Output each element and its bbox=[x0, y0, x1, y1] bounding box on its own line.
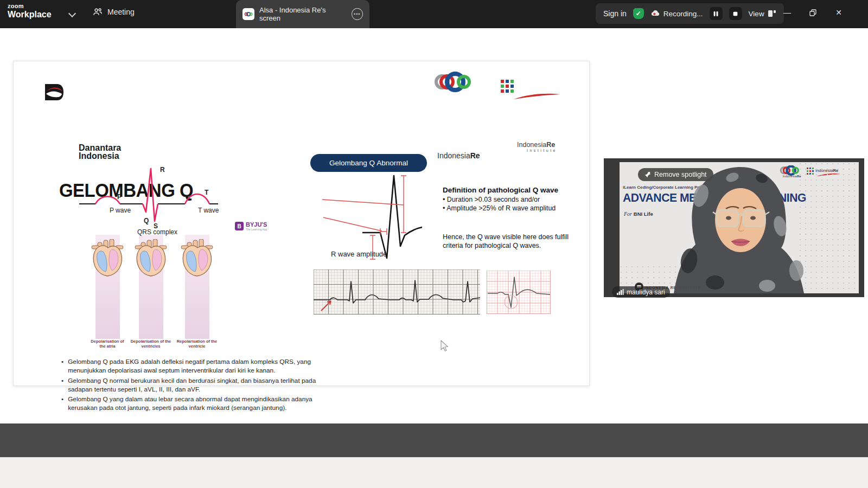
r-label: R bbox=[160, 166, 165, 174]
r-wave-amplitude-label: R wave amplitude bbox=[331, 250, 387, 258]
meeting-tab-label: Meeting bbox=[107, 8, 135, 16]
zoom-workplace-logo: zoom Workplace bbox=[8, 3, 52, 19]
tab-options-ellipsis-icon[interactable]: ••• bbox=[352, 8, 363, 20]
indonesiare-tab-icon bbox=[242, 8, 254, 20]
q-label: Q bbox=[144, 217, 149, 224]
heart-atria-illustration bbox=[90, 239, 125, 277]
ecg-strip-gray bbox=[314, 269, 480, 314]
pin-icon bbox=[644, 171, 651, 178]
institute-sub-label: Institute bbox=[527, 149, 557, 152]
bullet-item: •Gelombang Q pada EKG adalah defleksi ne… bbox=[61, 357, 316, 375]
people-icon bbox=[92, 7, 103, 17]
institute-swoosh bbox=[513, 93, 561, 100]
byjus-icon: B bbox=[235, 222, 244, 230]
t-wave-label: T wave bbox=[198, 207, 219, 214]
institute-wordmark: IndonesiaRe bbox=[517, 141, 555, 149]
close-button[interactable]: ✕ bbox=[831, 5, 847, 20]
institute-grid-logo bbox=[501, 80, 515, 94]
p-label: P bbox=[117, 193, 122, 201]
stop-recording-button[interactable] bbox=[729, 7, 742, 20]
ecg-strip-pink bbox=[487, 271, 551, 314]
danantara-logo bbox=[44, 83, 65, 101]
conclusion-text: Hence, the Q wave visible here does fulf… bbox=[443, 233, 573, 251]
view-label: View bbox=[749, 10, 764, 18]
caption-repolarisation: Repolarisation of theventricle bbox=[167, 339, 227, 349]
recording-label: Recording... bbox=[663, 10, 703, 18]
recording-indicator: Recording... bbox=[650, 10, 703, 18]
bullet-list: •Gelombang Q pada EKG adalah defleksi ne… bbox=[61, 357, 316, 414]
shared-slide: DanantaraIndonesia IndonesiaRe Indonesia… bbox=[13, 61, 590, 386]
heart-ventricles-illustration bbox=[133, 239, 169, 277]
tab-screen-share[interactable]: Alsa - Indonesia Re's screen ••• bbox=[236, 0, 369, 28]
bullet-item: •Gelombang Q yang dalam atau lebar secar… bbox=[61, 395, 316, 413]
zoom-titlebar: zoom Workplace Meeting Alsa - Indonesia … bbox=[0, 0, 868, 28]
remove-spotlight-label: Remove spotlight bbox=[654, 171, 707, 178]
webcam-feed: iLearn Ceding/Corporate Learning Progra … bbox=[620, 162, 859, 293]
participant-name: maulidya sari bbox=[627, 288, 665, 296]
cloud-recording-icon bbox=[650, 10, 660, 17]
speaker-portrait bbox=[620, 162, 859, 293]
qrs-complex-label: QRS complex bbox=[137, 228, 177, 236]
p-wave-label: P wave bbox=[110, 207, 131, 214]
danantara-wordmark: DanantaraIndonesia bbox=[79, 144, 121, 160]
view-button[interactable]: View bbox=[749, 10, 776, 18]
titlebar-right-cluster: Sign in ✓ Recording... View bbox=[596, 3, 784, 24]
tab-meeting[interactable]: Meeting bbox=[92, 7, 135, 17]
windows-taskbar: O T 11:38 21/08/2025 bbox=[0, 457, 868, 488]
ecg-trace bbox=[76, 160, 223, 231]
workplace-text: Workplace bbox=[8, 10, 52, 19]
pause-recording-button[interactable] bbox=[710, 7, 723, 20]
bullet-item: •Gelombang Q normal berukuran kecil dan … bbox=[61, 376, 316, 394]
share-tab-label: Alsa - Indonesia Re's screen bbox=[259, 6, 347, 22]
abnormal-pill: Gelombang Q Abnormal bbox=[310, 154, 427, 172]
meeting-toolbar: Audio Video Participants 72 Chat 1 React bbox=[0, 423, 868, 457]
sign-in-button[interactable]: Sign in bbox=[603, 9, 627, 18]
zoom-logo-text: zoom bbox=[8, 3, 52, 9]
t-label: T bbox=[205, 189, 208, 196]
minimize-button[interactable]: — bbox=[779, 5, 795, 20]
heart-repolarisation-illustration bbox=[179, 239, 215, 277]
participant-name-tag: maulidya sari bbox=[612, 286, 670, 298]
indonesiare-wordmark: IndonesiaRe bbox=[437, 151, 480, 160]
spotlight-video-tile[interactable]: iLearn Ceding/Corporate Learning Progra … bbox=[604, 158, 864, 297]
security-shield-icon[interactable]: ✓ bbox=[633, 8, 644, 19]
workspace-chevron-down-icon[interactable] bbox=[68, 10, 76, 17]
maximize-button[interactable] bbox=[805, 5, 821, 20]
view-layout-icon bbox=[768, 10, 776, 17]
audio-signal-icon bbox=[617, 289, 624, 295]
mouse-cursor bbox=[439, 339, 449, 352]
remove-spotlight-button[interactable]: Remove spotlight bbox=[638, 168, 713, 181]
byjus-logo: B BYJU'SThe Learning App bbox=[235, 222, 267, 231]
restore-icon bbox=[809, 9, 816, 16]
indonesiare-logo bbox=[432, 71, 476, 94]
